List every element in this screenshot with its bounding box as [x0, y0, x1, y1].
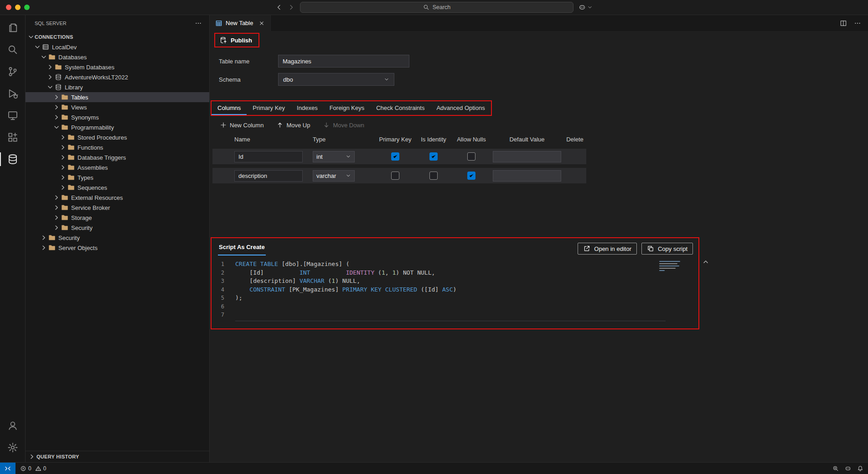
collapse-script-pane-button[interactable] [702, 258, 709, 266]
tree-item-localdev[interactable]: LocalDev [26, 42, 209, 52]
tree-item-views[interactable]: Views [26, 102, 209, 112]
default-value-input[interactable] [493, 151, 561, 162]
tree-item-label: Synonyms [71, 114, 99, 121]
zoom-in-button[interactable] [832, 465, 839, 472]
drag-handle[interactable] [212, 147, 231, 166]
sql-server-icon [7, 154, 18, 165]
remote-indicator[interactable] [0, 463, 16, 474]
column-type-select[interactable]: int [313, 151, 355, 162]
close-window-button[interactable] [6, 5, 11, 10]
folder-icon [61, 124, 68, 131]
activity-item-debug[interactable] [0, 83, 25, 104]
allow-nulls-checkbox[interactable] [467, 152, 475, 161]
tree-item-label: Assemblies [78, 164, 108, 171]
script-code-viewer[interactable]: 1CREATE TABLE [dbo].[Magazines] (2 [Id] … [212, 255, 698, 328]
activity-item-sql-server[interactable] [0, 148, 25, 170]
designer-tab-advanced-options[interactable]: Advanced Options [430, 101, 491, 115]
zoom-window-button[interactable] [24, 5, 30, 10]
tree-item-storage[interactable]: Storage [26, 213, 209, 223]
primary-key-checkbox[interactable] [391, 172, 399, 180]
copy-script-button[interactable]: Copy script [641, 243, 693, 255]
server-icon [42, 43, 49, 51]
is-identity-checkbox[interactable] [429, 172, 438, 180]
default-value-input[interactable] [493, 170, 561, 182]
designer-tab-check-constraints[interactable]: Check Constraints [370, 101, 430, 115]
drag-handle[interactable] [212, 167, 231, 185]
activity-item-explorer[interactable] [0, 17, 25, 39]
tree-item-server-objects[interactable]: Server Objects [26, 243, 209, 253]
column-type-select[interactable]: varchar [313, 170, 355, 182]
column-name-input[interactable] [234, 151, 303, 162]
allow-nulls-checkbox[interactable] [467, 172, 475, 180]
column-name-input[interactable] [234, 170, 303, 182]
tree-item-programmability[interactable]: Programmability [26, 122, 209, 132]
line-number: 6 [212, 302, 235, 311]
designer-tab-columns[interactable]: Columns [212, 101, 247, 115]
account-icon [7, 420, 18, 431]
designer-tab-primary-key[interactable]: Primary Key [247, 101, 291, 115]
sidebar-more-button[interactable] [195, 20, 202, 27]
editor-more-button[interactable] [854, 20, 861, 27]
table-name-input[interactable] [278, 55, 409, 68]
query-history-section[interactable]: QUERY HISTORY [26, 451, 209, 462]
tree-item-connections[interactable]: CONNECTIONS [26, 32, 209, 42]
activity-item-settings[interactable] [0, 437, 25, 458]
minimize-window-button[interactable] [15, 5, 21, 10]
folder-icon [48, 53, 56, 61]
settings-icon [7, 442, 18, 453]
folder-icon [61, 204, 68, 211]
tree-item-security[interactable]: Security [26, 223, 209, 233]
tree-item-types[interactable]: Types [26, 172, 209, 182]
table-name-label: Table name [219, 58, 278, 65]
nav-forward-button[interactable] [288, 4, 295, 11]
activity-item-remote-explorer[interactable] [0, 104, 25, 126]
tree-item-system-databases[interactable]: System Databases [26, 62, 209, 72]
tree-item-sequences[interactable]: Sequences [26, 182, 209, 193]
copilot-button[interactable] [845, 465, 851, 472]
tree-item-functions[interactable]: Functions [26, 142, 209, 152]
tree-item-tables[interactable]: Tables [26, 92, 209, 102]
schema-select[interactable]: dbo [278, 73, 394, 86]
primary-key-checkbox[interactable] [391, 152, 399, 161]
bell-button[interactable] [857, 465, 863, 472]
warnings-icon [35, 465, 41, 472]
script-as-create-tab[interactable]: Script As Create [218, 243, 266, 255]
folder-icon [61, 214, 68, 221]
publish-button[interactable]: Publish [220, 36, 252, 45]
tree-item-security[interactable]: Security [26, 233, 209, 243]
tree-item-stored-procedures[interactable]: Stored Procedures [26, 132, 209, 142]
code-line: 4 CONSTRAINT [PK_Magazines] PRIMARY KEY … [212, 286, 698, 294]
move-up-button[interactable]: Move Up [276, 121, 310, 129]
tree-item-service-broker[interactable]: Service Broker [26, 203, 209, 213]
activity-item-source-control[interactable] [0, 61, 25, 83]
designer-tab-foreign-keys[interactable]: Foreign Keys [324, 101, 371, 115]
new-column-button[interactable]: New Column [220, 121, 264, 129]
copilot-icon [579, 4, 586, 11]
split-editor-button[interactable] [840, 20, 847, 27]
search-box[interactable]: Search [300, 2, 574, 13]
tree-item-adventureworkslt2022[interactable]: AdventureWorksLT2022 [26, 72, 209, 82]
tab-new-table[interactable]: New Table [210, 15, 271, 31]
tree-item-database-triggers[interactable]: Database Triggers [26, 152, 209, 162]
tree-item-databases[interactable]: Databases [26, 52, 209, 62]
activity-item-extensions[interactable] [0, 126, 25, 148]
query-history-label: QUERY HISTORY [36, 454, 79, 459]
tree-item-external-resources[interactable]: External Resources [26, 193, 209, 203]
activity-item-search[interactable] [0, 39, 25, 61]
tree-item-assemblies[interactable]: Assemblies [26, 162, 209, 172]
nav-back-button[interactable] [275, 4, 283, 11]
title-bar: Search [0, 0, 868, 15]
problems-indicator[interactable]: 0 0 [20, 465, 48, 472]
tree-item-label: Service Broker [71, 204, 110, 211]
activity-item-account[interactable] [0, 415, 25, 437]
designer-tab-indexes[interactable]: Indexes [291, 101, 324, 115]
move-up-label: Move Up [286, 122, 310, 129]
folder-icon [55, 63, 62, 71]
copilot-menu-button[interactable] [579, 4, 593, 11]
open-in-editor-button[interactable]: Open in editor [578, 243, 637, 255]
is-identity-checkbox[interactable] [429, 152, 438, 161]
tree-item-library[interactable]: Library [26, 82, 209, 92]
close-tab-button[interactable] [258, 20, 265, 26]
tree-item-synonyms[interactable]: Synonyms [26, 112, 209, 122]
folder-icon [61, 194, 68, 201]
